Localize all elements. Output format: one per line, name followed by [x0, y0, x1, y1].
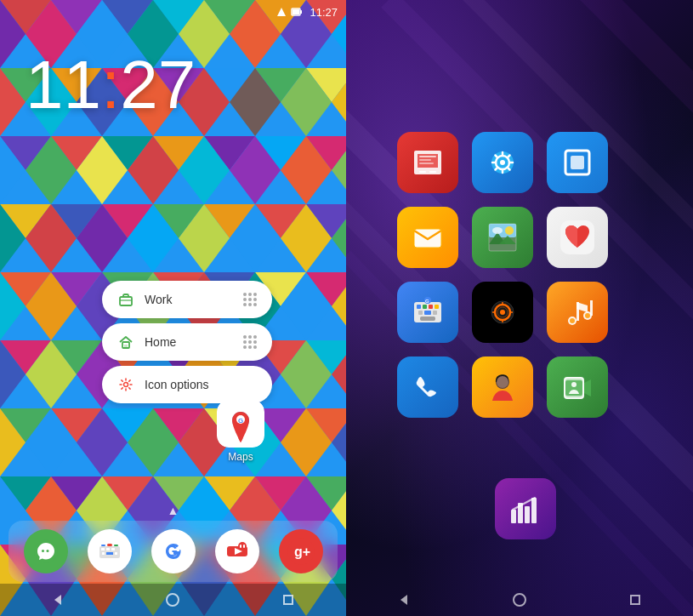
maps-shortcut[interactable]: G Maps: [217, 400, 264, 463]
settings-icon: [117, 376, 134, 393]
svg-rect-185: [419, 171, 426, 173]
menu-item-home[interactable]: Home: [102, 323, 272, 361]
dock-icon-google[interactable]: G: [151, 529, 196, 573]
status-icons: 11:27: [275, 6, 338, 19]
back-button-right[interactable]: [391, 587, 417, 613]
app-icon-heart[interactable]: [547, 207, 608, 268]
battery-icon: [291, 6, 303, 18]
svg-marker-136: [277, 8, 286, 16]
work-label: Work: [145, 293, 233, 306]
app-icon-music[interactable]: [547, 282, 608, 343]
app-icon-gboard[interactable]: G: [397, 282, 458, 343]
svg-rect-160: [115, 552, 117, 555]
svg-rect-217: [435, 305, 439, 309]
menu-item-icon-options[interactable]: Icon options: [102, 366, 272, 403]
svg-rect-186: [429, 171, 436, 173]
dock-icon-google-plus[interactable]: g+: [279, 529, 323, 573]
standalone-icon-bars[interactable]: [495, 478, 556, 539]
svg-rect-215: [423, 305, 427, 309]
svg-rect-245: [511, 510, 516, 523]
svg-rect-248: [531, 498, 537, 523]
app-icon-squarehome[interactable]: [547, 132, 608, 193]
svg-rect-159: [106, 552, 113, 555]
svg-rect-162: [107, 544, 112, 546]
dock-icon-keyboard[interactable]: [88, 529, 132, 573]
right-phone-panel: G: [346, 0, 693, 616]
maps-label: Maps: [228, 451, 253, 463]
app-icon-phone[interactable]: [397, 356, 458, 418]
svg-marker-242: [584, 379, 591, 396]
dock-icon-youtube[interactable]: [215, 529, 259, 573]
home-label: Home: [145, 335, 233, 349]
home-button-left[interactable]: [160, 587, 185, 613]
home-dots: [243, 335, 257, 349]
svg-rect-170: [240, 545, 241, 548]
svg-rect-219: [424, 311, 431, 315]
svg-rect-237: [590, 300, 593, 316]
icon-options-label: Icon options: [145, 378, 257, 391]
maps-icon: G: [217, 400, 264, 448]
menu-item-work[interactable]: Work: [102, 281, 272, 318]
svg-rect-163: [114, 545, 118, 546]
svg-point-175: [167, 594, 179, 606]
svg-rect-216: [429, 305, 433, 309]
svg-rect-218: [418, 311, 423, 315]
svg-rect-189: [419, 163, 434, 164]
svg-rect-252: [631, 596, 639, 604]
app-icon-slides[interactable]: [397, 132, 458, 193]
app-grid: G: [397, 132, 608, 418]
clock-time: 11:27: [26, 51, 196, 119]
svg-rect-214: [417, 305, 421, 309]
briefcase-icon: [117, 291, 134, 308]
signal-icon: [275, 6, 287, 18]
home-button-right[interactable]: [507, 587, 532, 613]
svg-marker-174: [54, 595, 61, 605]
left-phone-panel: 11:27 11:27 Work: [0, 0, 346, 616]
svg-text:G: G: [425, 299, 429, 304]
home-icon: [117, 334, 134, 351]
recents-button-left[interactable]: [275, 587, 301, 613]
dock-area: ▲: [0, 504, 346, 582]
svg-point-239: [497, 376, 508, 388]
app-icon-dropbox[interactable]: [472, 132, 533, 193]
svg-point-233: [570, 318, 575, 323]
svg-rect-247: [525, 506, 530, 523]
app-icon-obscura[interactable]: [472, 282, 533, 343]
svg-rect-152: [46, 550, 48, 552]
clock-hours: 11: [26, 47, 101, 123]
svg-point-236: [585, 313, 590, 318]
app-icon-avatar[interactable]: [472, 356, 533, 418]
app-icon-duo[interactable]: [547, 356, 608, 418]
back-button-left[interactable]: [45, 587, 71, 613]
svg-rect-176: [284, 596, 293, 604]
svg-rect-202: [571, 156, 584, 169]
svg-rect-155: [101, 548, 105, 550]
svg-point-251: [514, 594, 525, 606]
svg-rect-187: [419, 156, 436, 157]
svg-marker-250: [400, 595, 407, 605]
svg-rect-143: [124, 345, 128, 348]
svg-rect-140: [120, 297, 132, 305]
app-icon-gallery[interactable]: [472, 207, 533, 268]
right-nav-bar: [346, 584, 693, 616]
clock-colon: :: [101, 47, 120, 123]
recents-button-right[interactable]: [622, 587, 648, 613]
svg-point-226: [500, 310, 505, 315]
svg-point-244: [571, 382, 577, 387]
svg-text:g+: g+: [294, 545, 310, 559]
dock: G g+: [9, 521, 338, 582]
left-nav-bar: [0, 584, 346, 616]
svg-point-209: [505, 226, 514, 235]
svg-point-144: [124, 383, 128, 387]
svg-rect-151: [42, 550, 44, 552]
svg-rect-171: [243, 545, 245, 548]
svg-rect-158: [102, 552, 105, 555]
svg-point-169: [238, 542, 247, 550]
dock-icon-hangouts[interactable]: [24, 529, 68, 573]
clock-display: 11:27: [26, 51, 196, 119]
clock-minutes: 27: [120, 47, 196, 123]
svg-rect-139: [293, 9, 299, 14]
svg-rect-220: [433, 311, 437, 315]
svg-rect-161: [101, 545, 105, 546]
app-icon-mail[interactable]: [397, 207, 458, 268]
